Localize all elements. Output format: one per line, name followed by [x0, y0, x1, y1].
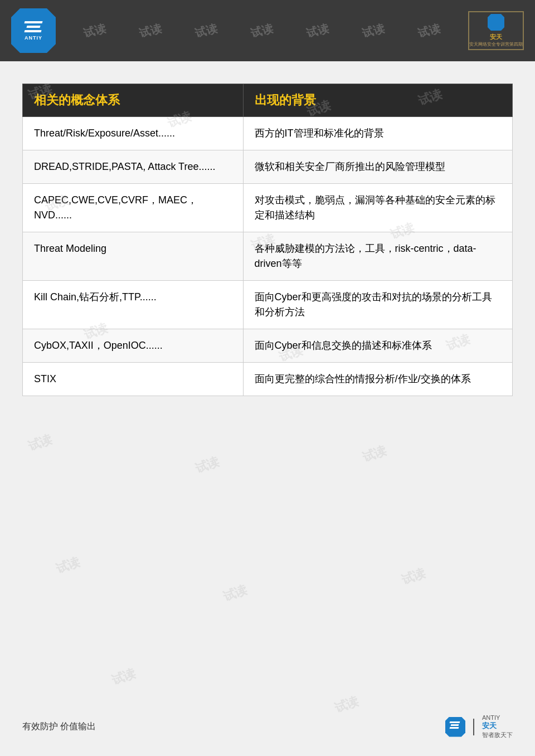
table-cell-left-5: CybOX,TAXII，OpenIOC...... — [23, 329, 244, 363]
table-cell-right-0: 西方的IT管理和标准化的背景 — [243, 117, 512, 150]
wm-17: 试读 — [109, 665, 138, 689]
table-cell-right-4: 面向Cyber和更高强度的攻击和对抗的场景的分析工具和分析方法 — [243, 281, 512, 329]
footer-brand: ANTIY 安天 智者敌天下 — [445, 714, 513, 739]
table-row: Threat/Risk/Exposure/Asset......西方的IT管理和… — [23, 117, 513, 150]
header-wm-6: 试读 — [361, 21, 386, 41]
table-cell-right-5: 面向Cyber和信息交换的描述和标准体系 — [243, 329, 512, 363]
footer-slogan: 有效防护 价值输出 — [22, 721, 96, 733]
header-wm-5: 试读 — [305, 21, 330, 41]
table-cell-left-1: DREAD,STRIDE,PASTA, Attack Tree...... — [23, 150, 244, 184]
table-row: DREAD,STRIDE,PASTA, Attack Tree......微软和… — [23, 150, 513, 184]
col1-header: 相关的概念体系 — [23, 84, 244, 117]
table-cell-right-1: 微软和相关安全厂商所推出的风险管理模型 — [243, 150, 512, 184]
wm-12: 试读 — [193, 453, 222, 477]
header-wm-3: 试读 — [193, 21, 219, 41]
brand-sub: 安天网络安全专训营第四期 — [469, 41, 523, 47]
header-wm-4: 试读 — [249, 21, 275, 41]
wm-14: 试读 — [54, 553, 82, 577]
table-row: CAPEC,CWE,CVE,CVRF，MAEC，NVD......对攻击模式，脆… — [23, 184, 513, 232]
wm-11: 试读 — [26, 431, 55, 455]
concept-table: 相关的概念体系 出现的背景 Threat/Risk/Exposure/Asset… — [22, 84, 513, 396]
header-wm-2: 试读 — [138, 21, 163, 41]
logo-text: ANTIY — [25, 35, 42, 41]
table-row: Kill Chain,钻石分析,TTP......面向Cyber和更高强度的攻击… — [23, 281, 513, 329]
header-brand: 安天 安天网络安全专训营第四期 — [468, 11, 524, 50]
wm-15: 试读 — [221, 581, 250, 605]
antiy-label: ANTIY — [482, 714, 500, 721]
wm-18: 试读 — [332, 692, 361, 716]
header: ANTIY 试读 试读 试读 试读 试读 试读 试读 安天 安天网络安全专训营第… — [0, 0, 535, 61]
table-cell-left-0: Threat/Risk/Exposure/Asset...... — [23, 117, 244, 150]
table-cell-left-6: STIX — [23, 363, 244, 396]
table-cell-left-3: Threat Modeling — [23, 232, 244, 281]
table-row: Threat Modeling各种威胁建模的方法论，工具，risk-centri… — [23, 232, 513, 281]
header-wm-1: 试读 — [82, 21, 108, 41]
main-content: 相关的概念体系 出现的背景 Threat/Risk/Exposure/Asset… — [0, 61, 535, 418]
footer-brand-logo — [445, 717, 465, 737]
footer-divider — [473, 719, 474, 735]
wm-13: 试读 — [360, 442, 389, 466]
table-cell-right-3: 各种威胁建模的方法论，工具，risk-centric，data-driven等等 — [243, 232, 512, 281]
wm-16: 试读 — [399, 564, 428, 588]
table-cell-left-2: CAPEC,CWE,CVE,CVRF，MAEC，NVD...... — [23, 184, 244, 232]
table-cell-right-2: 对攻击模式，脆弱点，漏洞等各种基础的安全元素的标定和描述结构 — [243, 184, 512, 232]
table-row: CybOX,TAXII，OpenIOC......面向Cyber和信息交换的描述… — [23, 329, 513, 363]
brand-name: 安天 — [490, 33, 502, 41]
table-cell-left-4: Kill Chain,钻石分析,TTP...... — [23, 281, 244, 329]
col2-header: 出现的背景 — [243, 84, 512, 117]
brand-logo-small — [488, 14, 504, 31]
footer-brand-text: 安天 — [482, 721, 497, 731]
table-row: STIX面向更完整的综合性的情报分析/作业/交换的体系 — [23, 363, 513, 396]
antiy-logo: ANTIY — [11, 8, 56, 53]
header-wm-7: 试读 — [416, 21, 442, 41]
table-cell-right-6: 面向更完整的综合性的情报分析/作业/交换的体系 — [243, 363, 512, 396]
footer-brand-tagline: 智者敌天下 — [482, 731, 513, 739]
footer: 有效防护 价值输出 ANTIY 安天 智者敌天下 — [0, 714, 535, 739]
header-watermarks: 试读 试读 试读 试读 试读 试读 试读 — [56, 23, 468, 38]
